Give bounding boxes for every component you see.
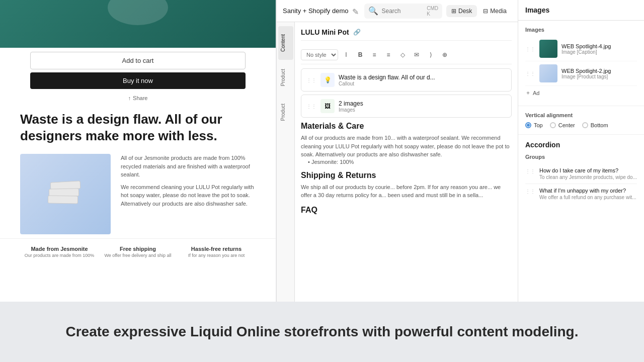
callout-info: Waste is a design flaw. All of our d... … xyxy=(339,74,506,86)
acc-1-subtitle: To clean any Jesmonite products, wipe do… xyxy=(539,174,637,180)
callout-block: ⋮⋮ 💡 Waste is a design flaw. All of our … xyxy=(301,68,512,92)
images-section-label: Images xyxy=(525,27,637,33)
feature-made: Made from Jesmonite Our products are mad… xyxy=(20,243,99,262)
doc-title: LULU Mini Pot xyxy=(301,28,349,36)
add-to-cart-section: Add to cart Buy it now xyxy=(0,48,276,93)
valign-center-radio[interactable] xyxy=(550,122,556,128)
faq-heading: FAQ xyxy=(301,206,512,215)
materials-section: Materials & Care All of our products are… xyxy=(301,122,512,165)
right-panel-header: Images xyxy=(518,0,644,21)
vertical-tabs: Content Product Product xyxy=(277,22,295,302)
valign-bottom-radio[interactable] xyxy=(582,122,588,128)
image-1-thumb xyxy=(539,40,557,58)
desk-icon: ⊞ xyxy=(451,8,456,15)
image-2-name: WEB Spotlight-2.jpg xyxy=(561,68,637,74)
valign-bottom[interactable]: Bottom xyxy=(582,122,608,128)
preview-panel: Add to cart Buy it now ↑ Share Waste is … xyxy=(0,0,276,302)
share-link[interactable]: ↑ Share xyxy=(0,93,276,103)
feature-made-title: Made from Jesmonite xyxy=(22,246,97,252)
bottom-tagline-text: Create expressive Liquid Online storefro… xyxy=(65,324,578,340)
plus-icon: ＋ xyxy=(525,89,531,97)
acc-1-drag[interactable]: ⋮⋮ xyxy=(525,168,535,174)
callout-text: Waste is a design flaw. All of our d... xyxy=(339,74,506,81)
materials-body: All of our products are made from 10... … xyxy=(301,134,512,159)
image-item-2[interactable]: ⋮⋮ WEB Spotlight-2.jpg Image [Product ta… xyxy=(525,61,637,86)
tagline-section: Waste is a design flaw. All of our desig… xyxy=(0,103,276,150)
image-1-drag[interactable]: ⋮⋮ xyxy=(525,46,535,52)
accordion-group-1[interactable]: ⋮⋮ How do I take care of my items? To cl… xyxy=(525,164,637,184)
link-btn[interactable]: ⟩ xyxy=(425,49,437,61)
images-item[interactable]: ⋮⋮ 🖼 2 images Images xyxy=(301,95,511,117)
images-drag-handle[interactable]: ⋮⋮ xyxy=(306,104,316,109)
italic-btn[interactable]: I xyxy=(340,49,352,61)
preview-content: Add to cart Buy it now ↑ Share Waste is … xyxy=(0,0,276,266)
valign-top[interactable]: Top xyxy=(525,122,543,128)
search-shortcut: CMD K xyxy=(427,6,438,17)
edit-icon[interactable]: ✎ xyxy=(352,7,360,15)
image-1-info: WEB Spotlight-4.jpg Image [Caption] xyxy=(561,43,637,55)
callout-drag-handle[interactable]: ⋮⋮ xyxy=(306,77,316,83)
valign-top-radio[interactable] xyxy=(525,122,531,128)
accordion-group-2[interactable]: ⋮⋮ What if I'm unhappy with my order? We… xyxy=(525,184,637,204)
callout-item[interactable]: ⋮⋮ 💡 Waste is a design flaw. All of our … xyxy=(301,69,511,91)
style-select[interactable]: No style xyxy=(301,49,338,60)
images-subtitle: Images xyxy=(339,107,506,113)
share-icon: ↑ xyxy=(128,95,131,101)
vtab-product1[interactable]: Product xyxy=(278,61,293,94)
accordion-section: Accordion Groups ⋮⋮ How do I take care o… xyxy=(518,135,644,210)
shipping-body: We ship all of our products by courie...… xyxy=(301,183,512,200)
doc-title-row: LULU Mini Pot 🔗 xyxy=(301,28,512,41)
add-image-button[interactable]: ＋ Ad xyxy=(525,86,637,100)
search-input[interactable] xyxy=(381,8,424,15)
valign-center[interactable]: Center xyxy=(550,122,575,128)
app-title: Sanity + Shopify demo xyxy=(283,7,348,15)
unordered-list-btn[interactable]: ≡ xyxy=(368,49,380,61)
image-item-1[interactable]: ⋮⋮ WEB Spotlight-4.jpg Image [Caption] xyxy=(525,37,637,61)
materials-heading: Materials & Care xyxy=(301,122,512,131)
feature-image xyxy=(20,154,111,234)
images-block: ⋮⋮ 🖼 2 images Images xyxy=(301,95,512,118)
tagline-text: Waste is a design flaw. All of our desig… xyxy=(20,111,256,144)
shape-btn[interactable]: ◇ xyxy=(396,49,409,61)
buy-now-button[interactable]: Buy it now xyxy=(30,72,246,89)
ordered-list-btn[interactable]: ≡ xyxy=(382,49,394,61)
image-2-thumb xyxy=(539,64,557,82)
acc-2-drag[interactable]: ⋮⋮ xyxy=(525,189,535,194)
editor-toolbar: No style I B ≡ ≡ ◇ ✉ ⟩ ⊕ xyxy=(301,46,512,64)
bold-btn[interactable]: B xyxy=(354,49,366,61)
soap-bar-3 xyxy=(48,195,78,204)
right-panel-title: Images xyxy=(525,6,637,14)
bottom-tagline: Create expressive Liquid Online storefro… xyxy=(0,302,644,362)
accordion-title: Accordion xyxy=(525,141,637,149)
acc-1-info: How do I take care of my items? To clean… xyxy=(539,167,637,180)
acc-2-subtitle: We offer a full refund on any purchase w… xyxy=(539,195,637,200)
materials-bullet: • Jesmonite: 100% xyxy=(308,159,512,165)
media-icon: ⊟ xyxy=(483,8,488,15)
feature-returns-title: Hassle-free returns xyxy=(179,246,254,252)
images-info: 2 images Images xyxy=(339,100,506,113)
feature-section: All of our Jesmonite products are made f… xyxy=(0,150,276,238)
tab-group: ⊞ Desk ⊟ Media xyxy=(446,5,512,17)
email-btn[interactable]: ✉ xyxy=(411,49,423,61)
image-1-tag: Image [Caption] xyxy=(561,49,637,55)
vtab-product2[interactable]: Product xyxy=(278,96,293,129)
search-box[interactable]: 🔍 CMD K xyxy=(364,4,442,19)
shipping-section: Shipping & Returns We ship all of our pr… xyxy=(301,171,512,200)
media-tab[interactable]: ⊟ Media xyxy=(478,5,512,17)
image-2-tag: Image [Product tags] xyxy=(561,74,637,79)
acc-2-title: What if I'm unhappy with my order? xyxy=(539,188,637,194)
acc-2-info: What if I'm unhappy with my order? We of… xyxy=(539,188,637,200)
feature-shipping-title: Free shipping xyxy=(101,246,175,252)
link-icon[interactable]: 🔗 xyxy=(353,29,361,36)
vertical-alignment-section: Vertical alignment Top Center Bottom xyxy=(518,106,644,135)
feature-returns-desc: If for any reason you are not xyxy=(179,253,254,259)
embed-btn[interactable]: ⊕ xyxy=(439,49,451,61)
valign-label: Vertical alignment xyxy=(525,112,637,118)
desk-tab[interactable]: ⊞ Desk xyxy=(446,5,477,17)
add-to-cart-button[interactable]: Add to cart xyxy=(30,52,246,69)
vtab-content[interactable]: Content xyxy=(278,26,293,60)
image-2-drag[interactable]: ⋮⋮ xyxy=(525,71,535,76)
feature-text-1: All of our Jesmonite products are made f… xyxy=(121,154,256,179)
faq-section: FAQ xyxy=(301,206,512,215)
images-icon: 🖼 xyxy=(320,99,335,113)
